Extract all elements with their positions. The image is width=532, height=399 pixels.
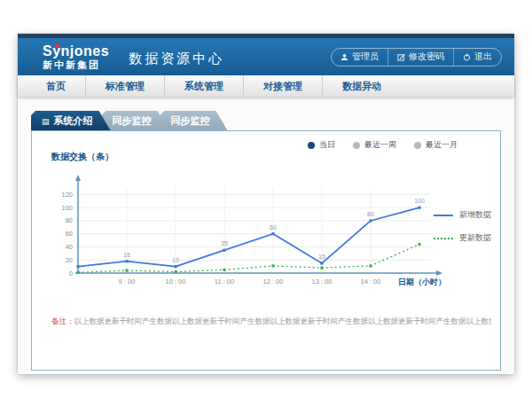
radio-label: 当日 [319,139,335,151]
user-icon [340,53,348,61]
range-option-1[interactable]: 最近一周 [353,139,396,151]
radio-label: 最近一周 [364,139,396,151]
user-action-2[interactable]: 退出 [453,49,501,66]
svg-text:10: 10 [172,257,179,263]
logo-accent-dot [55,43,59,48]
radio-icon [308,142,315,149]
content-area: ▤系统介绍同步监控同步监控 当日最近一周最近一月 数据交换（条） 0204060… [18,97,514,374]
svg-text:15: 15 [318,254,325,260]
radio-icon [353,142,360,149]
svg-text:10 : 00: 10 : 00 [166,278,186,286]
tab-label: 同步监控 [171,115,210,126]
svg-text:40: 40 [66,243,73,251]
footnote: 备注：以上数据更新于时间产生数据以上数据更新于时间产生数据以上数据更新于时间产生… [51,317,491,327]
svg-text:12 : 00: 12 : 00 [263,278,284,286]
power-icon [463,53,471,61]
line-chart: 0204060801001209 : 0010 : 0011 : 0012 : … [43,165,459,300]
tab-1[interactable]: 同步监控 [102,111,169,130]
footnote-prefix: 备注： [51,317,74,325]
svg-text:35: 35 [221,240,228,246]
document-icon: ▤ [42,117,50,126]
tab-0[interactable]: ▤系统介绍 [31,111,111,130]
tab-label: 系统介绍 [54,115,93,126]
svg-text:0: 0 [69,270,73,278]
svg-text:20: 20 [66,256,73,264]
svg-text:100: 100 [61,204,73,212]
svg-text:60: 60 [66,230,73,238]
logo-text: Synjones [43,44,109,59]
range-option-0[interactable]: 当日 [308,139,335,151]
radio-icon [414,142,421,149]
legend-label: 新增数据 [459,209,491,221]
radio-label: 最近一月 [426,139,458,151]
main-nav: 首页标准管理系统管理对接管理数据异动 [18,75,514,97]
chart-panel: 当日最近一周最近一月 数据交换（条） 0204060801001209 : 00… [31,130,501,371]
user-action-1[interactable]: 修改密码 [387,49,453,66]
footnote-text: 以上数据更新于时间产生数据以上数据更新于时间产生数据以上数据更新于时间产生数据以… [74,317,492,325]
svg-text:14 : 00: 14 : 00 [361,278,381,286]
header: Synjones 新中新集团 数据资源中心 管理员修改密码退出 [18,38,514,75]
logo-subtext: 新中新集团 [43,60,109,70]
svg-text:80: 80 [66,216,73,224]
svg-text:9 : 00: 9 : 00 [119,278,136,286]
user-action-label: 管理员 [352,51,379,63]
nav-item-2[interactable]: 系统管理 [164,75,243,97]
svg-text:80: 80 [367,211,374,217]
legend-item-1[interactable]: 更新数据 [434,232,491,244]
nav-item-3[interactable]: 对接管理 [243,75,322,97]
user-toolbar: 管理员修改密码退出 [331,48,502,66]
app-window: Synjones 新中新集团 数据资源中心 管理员修改密码退出 首页标准管理系统… [18,34,514,374]
legend-marker [434,238,453,239]
svg-text:13 : 00: 13 : 00 [312,278,332,286]
user-action-label: 退出 [474,51,492,63]
user-action-0[interactable]: 管理员 [332,49,387,66]
svg-text:日期（小时）: 日期（小时） [398,278,446,286]
legend-item-0[interactable]: 新增数据 [434,209,491,221]
tab-2[interactable]: 同步监控 [160,111,228,130]
nav-item-1[interactable]: 标准管理 [85,75,164,97]
legend-label: 更新数据 [459,232,491,244]
legend-marker [434,215,453,216]
svg-text:100: 100 [414,198,425,204]
nav-item-0[interactable]: 首页 [27,75,85,97]
chart-legend: 新增数据更新数据 [434,209,491,244]
edit-icon [397,53,405,61]
svg-text:60: 60 [270,224,277,231]
svg-text:18: 18 [123,252,130,258]
range-selector: 当日最近一周最近一月 [308,139,458,151]
svg-text:120: 120 [61,191,73,199]
y-axis-title: 数据交换（条） [51,151,113,163]
page-title: 数据资源中心 [129,51,224,67]
range-option-2[interactable]: 最近一月 [414,139,458,151]
user-action-label: 修改密码 [409,51,444,63]
tab-label: 同步监控 [113,115,152,126]
svg-text:11 : 00: 11 : 00 [215,278,234,286]
nav-item-4[interactable]: 数据异动 [322,75,401,97]
brand-logo: Synjones 新中新集团 [43,44,109,70]
tab-bar: ▤系统介绍同步监控同步监控 [31,111,514,130]
